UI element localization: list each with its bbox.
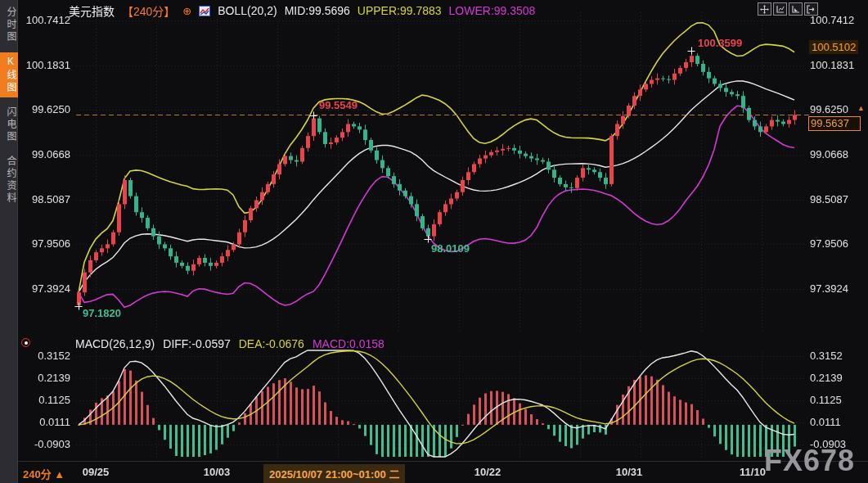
axis-tick: 100.1831 — [810, 59, 854, 72]
axis-tick: 0.0111 — [39, 416, 70, 429]
boll-mid-value: MID:99.5696 — [285, 4, 350, 17]
indicator-chart-icon[interactable] — [199, 6, 210, 16]
axis-tick: 98.5087 — [810, 193, 848, 206]
axis-tick: 100.7412 — [26, 14, 70, 27]
session-high-label: 100.5102 — [809, 40, 858, 54]
sidebar-tab-flash[interactable]: 闪电图 — [0, 103, 18, 147]
time-tick: 10/03 — [204, 466, 231, 478]
period-tag[interactable]: 【240分】 — [122, 2, 175, 19]
symbol-title: 美元指数 — [69, 2, 115, 19]
axis-tick: 99.6250 — [32, 103, 70, 116]
macd-header: MACD(26,12,9) DIFF:-0.0597 DEA:-0.0676 M… — [75, 337, 385, 350]
axis-tick: 97.9506 — [810, 237, 848, 251]
period-selector[interactable]: 240分 ▲ — [23, 466, 65, 481]
axis-tick: 97.3924 — [32, 282, 70, 296]
axis-tick: 0.3152 — [810, 350, 843, 363]
axis-tick: 0.2139 — [38, 372, 70, 385]
price-extreme-annotation: 99.5549 — [319, 99, 358, 111]
plus-circle-icon[interactable]: ⊕ — [182, 5, 191, 17]
price-marker-arrow[interactable]: ▲ — [857, 104, 865, 112]
crosshair-tool-icon[interactable] — [758, 2, 771, 16]
macd-label: MACD(26,12,9) — [75, 337, 155, 350]
axis-tick: 99.6250 — [810, 103, 848, 116]
axis-tick: 0.2139 — [810, 372, 843, 385]
macd-dea-value: DEA:-0.0676 — [239, 337, 304, 350]
time-tick: 11/10 — [740, 466, 766, 478]
right-price-axis: 100.7412100.183199.625099.066898.508797.… — [809, 0, 866, 483]
footer-divider — [18, 461, 868, 462]
boll-lower-value: LOWER:99.3508 — [449, 4, 536, 17]
sidebar-tab-contract-info[interactable]: 合约资料 — [0, 152, 18, 208]
time-tick: 10/22 — [474, 466, 501, 478]
sidebar: 分时图 K线图 闪电图 合约资料 — [0, 0, 18, 483]
axis-tick: 97.3924 — [810, 282, 848, 296]
sidebar-tab-kline[interactable]: K线图 — [0, 52, 18, 97]
axis-tick: 99.0668 — [810, 148, 848, 161]
candlestick-chart-canvas[interactable] — [0, 0, 868, 483]
zoom-axis-icon[interactable] — [773, 2, 787, 16]
chart-toolbar — [758, 2, 818, 16]
price-extreme-annotation: 97.1820 — [83, 307, 121, 319]
axis-tick: 0.1125 — [810, 394, 842, 407]
axis-tick: 0.0111 — [810, 416, 841, 429]
price-extreme-annotation: 98.0109 — [431, 242, 470, 255]
left-price-axis: 100.7412100.183199.625099.066898.508797.… — [20, 0, 72, 483]
last-price-box: 99.5637 — [808, 116, 861, 131]
macd-bar-value: MACD:0.0158 — [313, 337, 385, 350]
chart-header: 美元指数 【240分】 ⊕ BOLL(20,2) MID:99.5696 UPP… — [69, 2, 535, 19]
axis-tick: 97.9506 — [32, 237, 70, 251]
price-extreme-annotation: 100.3599 — [698, 37, 742, 49]
axis-tick: 100.1831 — [26, 59, 70, 72]
axis-tick: 98.5087 — [32, 193, 70, 206]
axis-tick: 0.3152 — [38, 350, 70, 363]
time-tick: 10/31 — [616, 466, 643, 478]
sidebar-tab-timeline[interactable]: 分时图 — [0, 3, 18, 47]
macd-diff-value: DIFF:-0.0597 — [163, 337, 230, 350]
fx678-watermark: FX678 — [764, 444, 855, 478]
axis-tick: 0.1125 — [38, 394, 70, 407]
boll-label: BOLL(20,2) — [218, 4, 277, 17]
boll-upper-value: UPPER:99.7883 — [358, 4, 442, 17]
axis-tick: -0.0903 — [34, 438, 70, 451]
axis-tick: 99.0668 — [32, 148, 70, 161]
target-dot-icon[interactable] — [21, 338, 30, 347]
axis-tick: 100.7412 — [810, 14, 854, 27]
play-axis-icon[interactable] — [789, 2, 803, 16]
exit-panel-icon[interactable] — [804, 2, 818, 16]
hover-datetime-label: 2025/10/07 21:00~01:00 二 — [263, 464, 405, 483]
caret-up-icon: ▲ — [54, 468, 65, 481]
time-tick: 09/25 — [83, 466, 110, 478]
